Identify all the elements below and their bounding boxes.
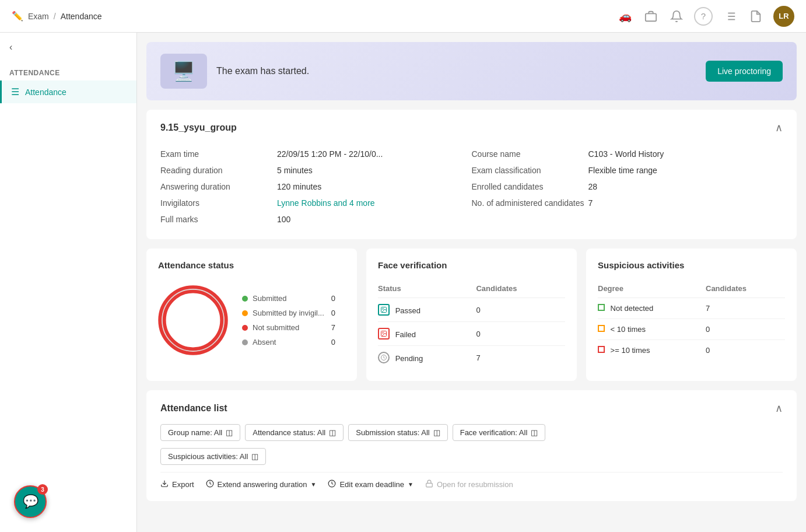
info-row-invigilators: Invigilators Lynne Robbins and 4 more (160, 195, 472, 211)
svg-point-12 (383, 332, 384, 334)
answering-duration-value: 120 minutes (277, 182, 321, 191)
answering-duration-label: Answering duration (160, 182, 277, 191)
chat-bubble[interactable]: 3 💬 (14, 485, 47, 518)
export-icon (160, 480, 169, 489)
export-button[interactable]: Export (160, 480, 194, 489)
exam-class-value: Flexible time range (588, 166, 657, 175)
edit-deadline-label: Edit exam deadline (339, 480, 404, 489)
banner-illustration: 🖥️ (160, 54, 207, 89)
failed-icon (378, 328, 390, 340)
submitted-invigil-dot (242, 310, 248, 316)
collapse-icon[interactable]: ∧ (775, 121, 783, 134)
attendance-status-filter-icon: ◫ (329, 428, 336, 437)
top-nav: ✏️ Exam / Attendance 🚗 ? LR (0, 0, 806, 33)
banner-left: 🖥️ The exam has started. (160, 54, 309, 89)
suspicious-activities-filter-label: Suspicious activities: All (168, 452, 248, 461)
submitted-dot (242, 296, 248, 302)
attendance-list-collapse-icon[interactable]: ∧ (775, 402, 783, 415)
legend-submitted-invigil: Submitted by invigil... 0 (242, 309, 335, 317)
extend-chevron-icon: ▼ (311, 481, 317, 488)
donut-area: Submitted 0 Submitted by invigil... 0 No… (158, 279, 345, 361)
submitted-label: Submitted (253, 294, 327, 303)
exam-card-header: 9.15_ysyu_group ∧ (160, 121, 783, 134)
stats-grid: Attendance status Submitted 0 (146, 249, 797, 381)
filter-row: Group name: All ◫ Attendance status: All… (160, 424, 783, 441)
fv-failed-status: Failed (378, 322, 476, 346)
edit-icon: ✏️ (12, 10, 23, 22)
sus-not-detected-count: 7 (706, 298, 785, 319)
attendance-list-card: Attendance list ∧ Group name: All ◫ Atte… (146, 390, 797, 501)
sidebar-toggle[interactable]: ‹ (0, 33, 136, 62)
briefcase-icon[interactable] (643, 8, 659, 24)
absent-count: 0 (331, 338, 335, 346)
list-icon[interactable] (722, 8, 738, 24)
submission-status-filter[interactable]: Submission status: All ◫ (348, 424, 447, 441)
info-col-right: Course name C103 - World History Exam cl… (472, 146, 783, 228)
suspicious-activities-filter[interactable]: Suspicious activities: All ◫ (160, 448, 266, 465)
sus-row-not-detected: Not detected 7 (598, 298, 785, 319)
legend-submitted: Submitted 0 (242, 294, 335, 303)
info-row-fullmarks: Full marks 100 (160, 211, 472, 228)
edit-deadline-chevron-icon: ▼ (408, 481, 413, 488)
attendance-legend: Submitted 0 Submitted by invigil... 0 No… (242, 294, 335, 346)
suspicious-activities-title: Suspicious activities (598, 260, 785, 270)
invigilators-value[interactable]: Lynne Robbins and 4 more (277, 198, 375, 208)
sus-col-degree: Degree (598, 279, 706, 298)
attendance-status-filter[interactable]: Attendance status: All ◫ (245, 424, 344, 441)
face-verification-filter-label: Face verification: All (460, 428, 528, 437)
sus-row-gte10: >= 10 times 0 (598, 340, 785, 361)
breadcrumb-exam[interactable]: Exam (28, 12, 49, 21)
edit-deadline-button[interactable]: Edit exam deadline ▼ (328, 480, 413, 489)
breadcrumb-separator: / (54, 12, 56, 21)
sidebar-section-title: Attendance (0, 62, 136, 80)
banner-text: The exam has started. (216, 66, 309, 76)
sus-row-less10: < 10 times 0 (598, 319, 785, 340)
group-name-filter-icon: ◫ (226, 428, 233, 437)
suspicious-activities-filter-icon: ◫ (251, 452, 258, 461)
face-verification-filter[interactable]: Face verification: All ◫ (453, 424, 546, 441)
info-row-classification: Exam classification Flexible time range (472, 162, 783, 178)
bell-icon[interactable] (668, 8, 685, 24)
exam-card-title: 9.15_ysyu_group (160, 123, 237, 133)
fv-col-candidates: Candidates (476, 279, 565, 298)
donut-svg (158, 285, 228, 355)
info-col-left: Exam time 22/09/15 1:20 PM - 22/10/0... … (160, 146, 472, 228)
info-row-reading: Reading duration 5 minutes (160, 162, 472, 178)
avatar[interactable]: LR (773, 6, 794, 27)
reading-duration-label: Reading duration (160, 166, 277, 175)
question-icon[interactable]: ? (694, 7, 713, 26)
face-verification-card: Face verification Status Candidates (366, 249, 577, 381)
pending-icon (378, 352, 390, 363)
sidebar-item-label: Attendance (25, 88, 66, 97)
suspicious-activities-card: Suspicious activities Degree Candidates … (586, 249, 797, 381)
full-marks-label: Full marks (160, 215, 277, 224)
attendance-status-title: Attendance status (158, 260, 345, 270)
fv-pending-count: 7 (476, 346, 565, 370)
fv-failed-label: Failed (395, 330, 416, 339)
submitted-invigil-count: 0 (331, 309, 335, 317)
course-name-label: Course name (472, 149, 588, 159)
passed-icon (378, 304, 390, 316)
group-name-filter[interactable]: Group name: All ◫ (160, 424, 240, 441)
fv-row-pending: Pending 7 (378, 346, 565, 370)
enrolled-label: Enrolled candidates (472, 182, 588, 191)
extend-answering-button[interactable]: Extend answering duration ▼ (206, 480, 317, 489)
live-proctoring-button[interactable]: Live proctoring (706, 61, 783, 82)
sus-gte10-count: 0 (706, 340, 785, 361)
not-submitted-label: Not submitted (253, 323, 327, 332)
less10-dot (598, 325, 605, 332)
svg-rect-17 (426, 483, 433, 487)
info-row-administered: No. of administered candidates 7 (472, 195, 783, 211)
sus-not-detected-label: Not detected (598, 298, 706, 319)
submitted-count: 0 (331, 294, 335, 303)
sus-less10-label: < 10 times (598, 319, 706, 340)
sidebar-item-attendance[interactable]: ☰ Attendance (0, 80, 136, 103)
absent-label: Absent (253, 338, 327, 346)
fv-row-passed: Passed 0 (378, 298, 565, 322)
open-resubmission-label: Open for resubmission (437, 480, 513, 489)
sus-col-candidates: Candidates (706, 279, 785, 298)
legend-not-submitted: Not submitted 7 (242, 323, 335, 332)
document-icon[interactable] (748, 8, 764, 24)
list-icon: ☰ (11, 86, 19, 97)
exam-time-label: Exam time (160, 149, 277, 159)
